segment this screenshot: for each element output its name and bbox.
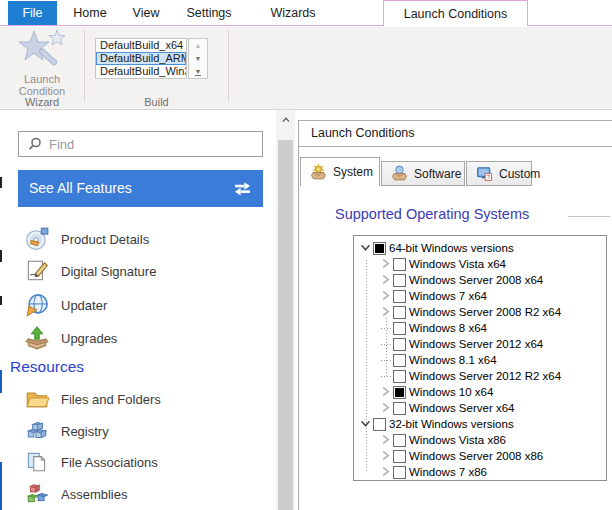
chevron-right-icon[interactable] bbox=[380, 258, 393, 270]
chevron-right-icon[interactable] bbox=[380, 434, 393, 446]
checkbox[interactable] bbox=[393, 274, 406, 287]
scrollbar-up-icon[interactable] bbox=[276, 112, 295, 132]
tree-item-label[interactable]: Windows 10 x64 bbox=[409, 386, 493, 398]
checkbox[interactable] bbox=[393, 322, 406, 335]
tab-software[interactable]: Software bbox=[381, 161, 465, 186]
tree-item-label[interactable]: Windows Server 2012 R2 x64 bbox=[409, 370, 561, 382]
tree-item[interactable]: Windows 7 x86 bbox=[354, 464, 606, 480]
scrollbar-thumb[interactable] bbox=[278, 140, 293, 510]
box-gear-icon bbox=[310, 164, 327, 181]
launch-condition-wizard-button[interactable]: Launch Condition bbox=[6, 29, 78, 95]
tree-item[interactable]: 64-bit Windows versions bbox=[354, 240, 606, 256]
heading-rule bbox=[568, 216, 610, 217]
tree-item-label[interactable]: Windows Vista x86 bbox=[409, 434, 506, 446]
tree-item[interactable]: Windows 8 x64 bbox=[354, 320, 606, 336]
ribbon-tab-view[interactable]: View bbox=[122, 1, 170, 25]
sidebar-item-digital-signature[interactable]: Digital Signature bbox=[24, 257, 156, 285]
chevron-right-icon[interactable] bbox=[380, 466, 393, 478]
tree-item[interactable]: Windows Server 2008 x86 bbox=[354, 448, 606, 464]
sidebar-item-label: Digital Signature bbox=[61, 264, 156, 279]
chevron-right-icon[interactable] bbox=[380, 290, 393, 302]
sidebar-item-registry[interactable]: Registry bbox=[24, 417, 109, 445]
tree-item[interactable]: Windows Server 2012 x64 bbox=[354, 336, 606, 352]
build-group-label: Build bbox=[85, 96, 228, 108]
tree-item[interactable]: Windows Server 2008 R2 x64 bbox=[354, 304, 606, 320]
tree-item-label[interactable]: Windows Server 2008 R2 x64 bbox=[409, 306, 561, 318]
tree-item-label[interactable]: Windows 8 x64 bbox=[409, 322, 487, 334]
tree-item[interactable]: Windows Vista x86 bbox=[354, 432, 606, 448]
tab-custom[interactable]: ? Custom bbox=[466, 161, 532, 186]
checkbox[interactable] bbox=[393, 402, 406, 415]
ribbon-tab-file[interactable]: File bbox=[8, 1, 57, 25]
panel-divider bbox=[298, 120, 299, 510]
tree-item-label[interactable]: Windows Vista x64 bbox=[409, 258, 506, 270]
tree-item[interactable]: Windows 10 x64 bbox=[354, 384, 606, 400]
cd-hand-icon bbox=[24, 226, 50, 252]
sidebar-item-updater[interactable]: Updater bbox=[24, 291, 107, 319]
tree-item-label[interactable]: 64-bit Windows versions bbox=[389, 242, 514, 254]
chevron-right-icon[interactable] bbox=[380, 402, 393, 414]
registry-cubes-icon bbox=[24, 418, 50, 444]
chevron-down-icon[interactable] bbox=[360, 418, 373, 430]
tree-item-label[interactable]: Windows Server x64 bbox=[409, 402, 514, 414]
screen-edge-artifact bbox=[0, 250, 2, 262]
chevron-right-icon[interactable] bbox=[380, 386, 393, 398]
screen-edge-artifact bbox=[0, 462, 2, 510]
checkbox[interactable] bbox=[373, 242, 386, 255]
checkbox[interactable] bbox=[393, 434, 406, 447]
checkbox[interactable] bbox=[393, 370, 406, 383]
ribbon-tab-settings[interactable]: Settings bbox=[180, 1, 238, 25]
checkbox[interactable] bbox=[393, 386, 406, 399]
sidebar-item-label: Assemblies bbox=[61, 487, 127, 502]
tree-item-label[interactable]: Windows Server 2008 x86 bbox=[409, 450, 543, 462]
ribbon-tab-launch-conditions[interactable]: Launch Conditions bbox=[383, 0, 528, 26]
tree-item[interactable]: Windows 8.1 x64 bbox=[354, 352, 606, 368]
tree-item-label[interactable]: Windows Server 2008 x64 bbox=[409, 274, 543, 286]
build-item[interactable]: DefaultBuild_x64 bbox=[96, 39, 186, 52]
sidebar-item-upgrades[interactable]: Upgrades bbox=[24, 324, 117, 352]
scroll-to-bottom-icon[interactable]: ▼ bbox=[189, 65, 207, 78]
chevron-right-icon[interactable] bbox=[380, 306, 393, 318]
see-all-features-button[interactable]: See All Features bbox=[18, 170, 263, 207]
checkbox[interactable] bbox=[393, 466, 406, 479]
ribbon-tab-home[interactable]: Home bbox=[62, 1, 118, 25]
build-item[interactable]: DefaultBuild_Win32 bbox=[96, 65, 186, 78]
tree-item[interactable]: Windows Vista x64 bbox=[354, 256, 606, 272]
tree-leaf-connector bbox=[380, 338, 393, 350]
chevron-down-icon[interactable] bbox=[360, 242, 373, 254]
sidebar-item-files-and-folders[interactable]: Files and Folders bbox=[24, 385, 161, 413]
tab-system[interactable]: System bbox=[300, 157, 380, 186]
tree-item-label[interactable]: 32-bit Windows versions bbox=[389, 418, 514, 430]
chevron-right-icon[interactable] bbox=[380, 274, 393, 286]
tab-label: System bbox=[333, 165, 373, 179]
sidebar-scrollbar[interactable] bbox=[276, 110, 295, 510]
checkbox[interactable] bbox=[393, 450, 406, 463]
scroll-up-icon[interactable]: ▲ bbox=[189, 39, 207, 52]
tree-item-label[interactable]: Windows 7 x86 bbox=[409, 466, 487, 478]
checkbox[interactable] bbox=[393, 290, 406, 303]
checkbox[interactable] bbox=[393, 306, 406, 319]
sidebar-item-assemblies[interactable]: Assemblies bbox=[24, 480, 127, 508]
sidebar-item-file-associations[interactable]: File Associations bbox=[24, 448, 158, 476]
tree-item-label[interactable]: Windows 8.1 x64 bbox=[409, 354, 497, 366]
tree-item[interactable]: 32-bit Windows versions bbox=[354, 416, 606, 432]
tree-item[interactable]: Windows Server 2008 x64 bbox=[354, 272, 606, 288]
checkbox[interactable] bbox=[373, 418, 386, 431]
ribbon-tab-wizards[interactable]: Wizards bbox=[264, 1, 322, 25]
tree-item-label[interactable]: Windows 7 x64 bbox=[409, 290, 487, 302]
tree-item[interactable]: Windows Server 2012 R2 x64 bbox=[354, 368, 606, 384]
sidebar-item-product-details[interactable]: Product Details bbox=[24, 225, 149, 253]
search-icon bbox=[27, 136, 43, 152]
build-item-selected[interactable]: DefaultBuild_ARM64 bbox=[96, 52, 186, 65]
checkbox[interactable] bbox=[393, 338, 406, 351]
checkbox[interactable] bbox=[393, 354, 406, 367]
tree-item-label[interactable]: Windows Server 2012 x64 bbox=[409, 338, 543, 350]
screen-edge-artifact bbox=[0, 370, 2, 393]
chevron-right-icon[interactable] bbox=[380, 450, 393, 462]
find-input[interactable] bbox=[49, 137, 249, 152]
build-list-scroll-buttons: ▲ ▼ ▼ bbox=[188, 38, 208, 79]
checkbox[interactable] bbox=[393, 258, 406, 271]
tree-item[interactable]: Windows Server x64 bbox=[354, 400, 606, 416]
scroll-down-icon[interactable]: ▼ bbox=[189, 52, 207, 65]
tree-item[interactable]: Windows 7 x64 bbox=[354, 288, 606, 304]
